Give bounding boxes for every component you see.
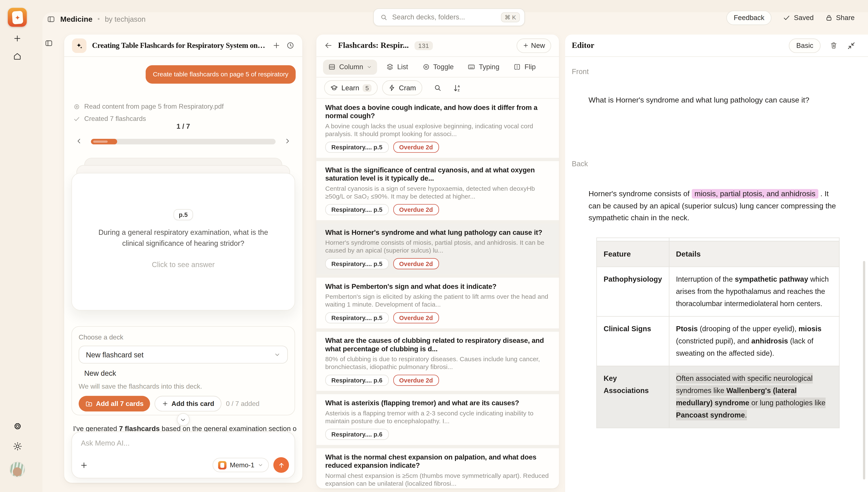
tab-column[interactable]: Column	[323, 59, 377, 74]
pink-highlight: miosis, partial ptosis, and anhidrosis	[692, 189, 818, 199]
toggle-circle-icon	[422, 63, 430, 71]
tab-typing[interactable]: Typing	[463, 59, 505, 74]
attach-plus-icon[interactable]	[80, 461, 88, 469]
workspace-title[interactable]: Medicine	[60, 15, 93, 23]
model-selector[interactable]: Memo-1	[213, 458, 269, 472]
add-all-cards-button[interactable]: Add all 7 cards	[79, 396, 150, 411]
deck-page-tag[interactable]: Respiratory.... p.6	[325, 429, 389, 440]
due-count-badge: 5	[363, 84, 372, 92]
flashcard-preview[interactable]: p.5 During a general respiratory examina…	[71, 173, 295, 311]
flashcard-tags: Respiratory.... p.5Overdue 2d	[325, 204, 550, 215]
table-header-feature: Feature	[597, 241, 669, 267]
plus-icon	[162, 400, 169, 407]
chevron-left-icon[interactable]	[75, 137, 83, 145]
tab-flip[interactable]: Flip	[508, 59, 541, 74]
history-clock-icon[interactable]	[286, 41, 295, 50]
flashcard-list: What does a bovine cough indicate, and h…	[316, 99, 559, 488]
target-icon	[73, 103, 80, 110]
carousel-progress[interactable]	[91, 139, 276, 144]
search-shortcut-badge: ⌘ K	[501, 12, 520, 22]
chevron-right-icon[interactable]	[283, 137, 291, 145]
flashcard-list-item[interactable]: What is the significance of central cyan…	[316, 158, 559, 220]
table-cell-feature: Pathophysiology	[597, 267, 669, 316]
search-icon[interactable]	[433, 83, 442, 92]
tab-list[interactable]: List	[381, 59, 413, 74]
scrollbar-thumb[interactable]	[863, 261, 865, 479]
deck-page-tag[interactable]: Respiratory.... p.5	[325, 312, 389, 323]
theme-sun-icon[interactable]	[13, 442, 22, 451]
feedback-button[interactable]: Feedback	[727, 10, 772, 25]
expand-chevron-button[interactable]	[176, 413, 189, 426]
settings-gear-icon[interactable]	[13, 421, 22, 431]
deck-page-tag[interactable]: Respiratory.... p.5	[325, 142, 389, 153]
sidebar-toggle-icon[interactable]	[47, 15, 55, 23]
svg-text:Z: Z	[457, 88, 459, 92]
flashcard-list-item[interactable]: What are the causes of clubbing related …	[316, 328, 559, 391]
lightning-icon	[388, 84, 395, 91]
new-card-button[interactable]: New	[516, 38, 551, 53]
back-text[interactable]: Horner's syndrome consists of miosis, pa…	[588, 188, 841, 224]
flashcard-list-item[interactable]: What is Pemberton's sign and what does i…	[316, 274, 559, 328]
flashcard-question: What is Pemberton's sign and what does i…	[325, 283, 550, 291]
tab-toggle[interactable]: Toggle	[417, 59, 459, 74]
svg-text:A: A	[457, 84, 460, 88]
trash-icon[interactable]	[829, 41, 838, 50]
editor-title: Editor	[572, 41, 594, 50]
new-deck-option[interactable]: New deck	[79, 369, 288, 377]
flashcard-tags: Respiratory.... p.5Overdue 2d	[325, 258, 550, 269]
back-arrow-icon[interactable]	[324, 41, 333, 50]
search-icon	[380, 13, 388, 21]
column-icon	[328, 63, 336, 71]
flashcard-list-item[interactable]: What is Horner's syndrome and what lung …	[316, 220, 559, 274]
check-icon	[73, 115, 80, 122]
front-text[interactable]: What is Horner's syndrome and what lung …	[588, 96, 868, 104]
search-input[interactable]	[392, 13, 496, 21]
chevron-down-icon	[274, 351, 281, 358]
lock-icon	[825, 14, 833, 22]
table-clipped-row	[597, 238, 839, 241]
send-button[interactable]	[273, 457, 289, 473]
flashcard-tags: Respiratory.... p.6	[325, 429, 550, 440]
share-button[interactable]: Share	[825, 14, 855, 22]
table-header-details: Details	[669, 241, 839, 267]
chat-sidebar-toggle-icon[interactable]	[45, 39, 53, 47]
chat-input-box[interactable]: Memo-1	[71, 432, 295, 478]
cram-button[interactable]: Cram	[382, 80, 422, 95]
flashcard-question: What is asterixis (flapping tremor) and …	[325, 399, 550, 408]
saved-status: Saved	[783, 14, 814, 22]
deck-select[interactable]: New flashcard set	[79, 346, 288, 364]
deck-chooser-note: We will save the flashcards into this de…	[79, 383, 288, 390]
card-type-button[interactable]: Basic	[789, 38, 821, 53]
back-label: Back	[572, 159, 868, 168]
deck-page-tag[interactable]: Respiratory.... p.6	[325, 375, 389, 386]
flashcard-tags: Respiratory.... p.6Overdue 2d	[325, 375, 550, 386]
table-row: Key AssociationsOften associated with sp…	[597, 366, 839, 428]
search-bar[interactable]: ⌘ K	[373, 8, 525, 26]
folder-plus-icon	[85, 400, 93, 407]
collapse-panel-icon[interactable]	[847, 41, 856, 50]
deck-page-tag[interactable]: Respiratory.... p.5	[325, 258, 389, 269]
flashcard-list-item[interactable]: What is the normal chest expansion on pa…	[316, 445, 559, 488]
flashcard-answer: A bovine cough lacks the usual explosive…	[325, 122, 550, 138]
home-icon[interactable]	[13, 52, 22, 61]
flashcard-answer: Pemberton's sign is elicited by asking t…	[325, 293, 550, 308]
new-chat-plus-icon[interactable]	[272, 41, 281, 50]
flashcard-list-item[interactable]: What is asterixis (flapping tremor) and …	[316, 391, 559, 445]
add-this-card-button[interactable]: Add this card	[155, 396, 221, 411]
app-logo[interactable]: ✦	[8, 8, 27, 27]
flashcard-tags: Respiratory.... p.5Overdue 2d	[325, 312, 550, 323]
user-avatar[interactable]	[9, 462, 25, 477]
deck-title: Flashcards: Respir...	[338, 41, 409, 50]
preview-hint[interactable]: Click to see answer	[72, 260, 294, 269]
chat-input[interactable]	[81, 439, 286, 447]
new-plus-icon[interactable]	[13, 34, 22, 43]
editor-panel: Editor Basic Front What is Horner's synd…	[565, 34, 868, 492]
app-window: ✦ Medicine • by techjason ⌘ K Feedback S…	[0, 0, 868, 492]
sort-az-icon[interactable]: AZ	[453, 83, 462, 92]
plus-icon	[523, 42, 529, 49]
flashcard-list-item[interactable]: What does a bovine cough indicate, and h…	[316, 99, 559, 158]
learn-button[interactable]: Learn 5	[324, 80, 378, 95]
layers-icon	[386, 63, 394, 71]
deck-page-tag[interactable]: Respiratory.... p.5	[325, 204, 389, 215]
flashcard-star-icon: ✦	[11, 10, 23, 24]
